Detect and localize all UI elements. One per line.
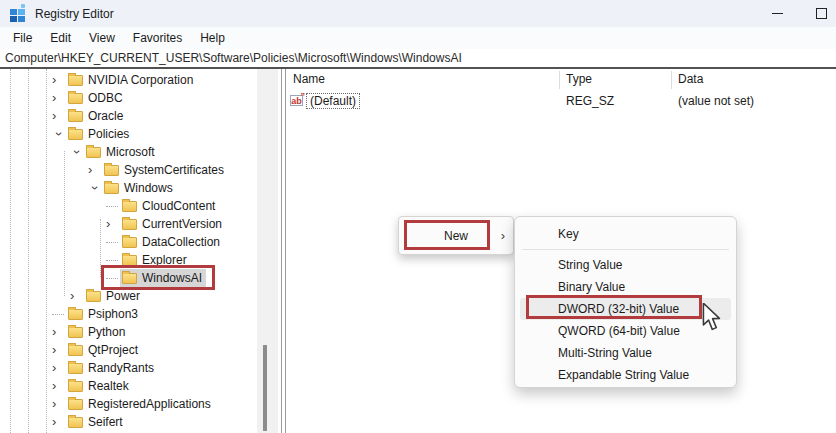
- string-value-icon: ab: [290, 95, 303, 106]
- chevron-right-icon[interactable]: ›: [106, 218, 120, 230]
- chevron-right-icon[interactable]: ›: [52, 416, 66, 428]
- column-header-data[interactable]: Data: [678, 72, 703, 86]
- tree-item-content: Seifert: [66, 413, 127, 431]
- minimize-button[interactable]: [762, 0, 792, 27]
- tree-guide-dots: [106, 242, 118, 243]
- tree-item-seifert[interactable]: ›Seifert: [0, 413, 253, 431]
- folder-icon: [104, 165, 119, 176]
- tree-guide-dots: [52, 314, 64, 315]
- tree-item-realtek[interactable]: ›Realtek: [0, 377, 253, 395]
- tree-item-label: Realtek: [88, 379, 129, 393]
- column-header-type[interactable]: Type: [566, 72, 592, 86]
- chevron-right-icon[interactable]: ›: [88, 164, 102, 176]
- title-bar: Registry Editor: [0, 0, 836, 27]
- tree-item-label: Python: [88, 325, 125, 339]
- chevron-right-icon[interactable]: ›: [52, 92, 66, 104]
- maximize-button[interactable]: [806, 0, 836, 27]
- folder-icon: [68, 399, 83, 410]
- chevron-right-icon[interactable]: ›: [52, 110, 66, 122]
- column-separator[interactable]: [559, 71, 560, 89]
- tree-item-label: NVIDIA Corporation: [88, 73, 193, 87]
- tree-item-content: Psiphon3: [66, 305, 142, 323]
- tree-item-content: ODBC: [66, 89, 127, 107]
- tree-item-cloudcontent[interactable]: CloudContent: [0, 197, 253, 215]
- tree-item-label: CloudContent: [142, 199, 215, 213]
- chevron-right-icon[interactable]: ›: [52, 326, 66, 338]
- value-row-default[interactable]: ab (Default) REG_SZ (value not set): [287, 93, 836, 111]
- chevron-right-icon[interactable]: ›: [52, 398, 66, 410]
- tree-scrollbar-thumb[interactable]: [263, 345, 267, 431]
- tree-item-label: Oracle: [88, 109, 123, 123]
- tree-item-microsoft[interactable]: ›Microsoft: [0, 143, 253, 161]
- menu-edit[interactable]: Edit: [41, 29, 80, 47]
- tree-guide-dots: [106, 260, 118, 261]
- chevron-down-icon[interactable]: ›: [89, 181, 101, 195]
- mouse-cursor-icon: [702, 303, 722, 332]
- tree-item-python[interactable]: ›Python: [0, 323, 253, 341]
- menu-item-expandable-string-value[interactable]: Expandable String Value: [520, 364, 731, 386]
- menu-item-string-value[interactable]: String Value: [520, 254, 731, 276]
- tree-item-content: Microsoft: [84, 143, 159, 161]
- tree-item-policies[interactable]: ›Policies: [0, 125, 253, 143]
- menu-item-multi-string-value[interactable]: Multi-String Value: [520, 342, 731, 364]
- tree-item-label: Microsoft: [106, 145, 155, 159]
- chevron-right-icon[interactable]: ›: [52, 74, 66, 86]
- tree-item-label: SystemCertificates: [124, 163, 224, 177]
- tree-item-currentversion[interactable]: ›CurrentVersion: [0, 215, 253, 233]
- chevron-right-icon[interactable]: ›: [70, 290, 84, 302]
- tree-item-odbc[interactable]: ›ODBC: [0, 89, 253, 107]
- tree-item-content: RandyRants: [66, 359, 158, 377]
- menu-favorites[interactable]: Favorites: [124, 29, 191, 47]
- chevron-down-icon[interactable]: ›: [71, 145, 83, 159]
- submenu-chevron-icon: ›: [501, 228, 505, 243]
- pane-separator: [285, 69, 286, 433]
- tree-item-psiphon3[interactable]: Psiphon3: [0, 305, 253, 323]
- tree-item-oracle[interactable]: ›Oracle: [0, 107, 253, 125]
- folder-icon: [68, 363, 83, 374]
- menu-item-qword-64-bit-value[interactable]: QWORD (64-bit) Value: [520, 320, 731, 342]
- tree-item-systemcertificates[interactable]: ›SystemCertificates: [0, 161, 253, 179]
- folder-icon: [122, 201, 137, 212]
- folder-icon: [68, 309, 83, 320]
- tree-scrollbar[interactable]: [257, 69, 278, 433]
- tree-item-qtproject[interactable]: ›QtProject: [0, 341, 253, 359]
- maximize-icon: [816, 8, 827, 19]
- tree-item-nvidia-corporation[interactable]: ›NVIDIA Corporation: [0, 71, 253, 89]
- menu-item-key[interactable]: Key: [520, 223, 731, 245]
- folder-icon: [86, 147, 101, 158]
- menu-file[interactable]: File: [4, 29, 41, 47]
- tree-item-registeredapplications[interactable]: ›RegisteredApplications: [0, 395, 253, 413]
- menu-view[interactable]: View: [80, 29, 124, 47]
- tree-item-label: CurrentVersion: [142, 217, 222, 231]
- address-bar[interactable]: Computer\HKEY_CURRENT_USER\Software\Poli…: [0, 49, 836, 67]
- menu-help[interactable]: Help: [191, 29, 234, 47]
- folder-icon: [68, 381, 83, 392]
- chevron-right-icon[interactable]: ›: [52, 362, 66, 374]
- pane-separator[interactable]: [281, 69, 282, 433]
- tree-item-content: CurrentVersion: [120, 215, 226, 233]
- column-separator[interactable]: [671, 71, 672, 89]
- tree-guide-dots: [106, 206, 118, 207]
- tree-item-randyrants[interactable]: ›RandyRants: [0, 359, 253, 377]
- chevron-right-icon[interactable]: ›: [52, 380, 66, 392]
- chevron-right-icon[interactable]: ›: [52, 344, 66, 356]
- tree-item-label: Power: [106, 289, 140, 303]
- value-name: (Default): [306, 93, 360, 109]
- menu-separator: [522, 249, 729, 250]
- folder-icon: [68, 417, 83, 428]
- registry-editor-icon: [10, 6, 26, 22]
- tree-item-content: QtProject: [66, 341, 142, 359]
- folder-icon: [68, 93, 83, 104]
- tree-item-datacollection[interactable]: DataCollection: [0, 233, 253, 251]
- column-header-name[interactable]: Name: [293, 72, 325, 86]
- tree-item-windows[interactable]: ›Windows: [0, 179, 253, 197]
- folder-icon: [122, 219, 137, 230]
- tree-item-content: Python: [66, 323, 129, 341]
- tree-item-label: Windows: [124, 181, 173, 195]
- tree-item-content: DataCollection: [120, 233, 224, 251]
- tree-item-label: RandyRants: [88, 361, 154, 375]
- folder-icon: [68, 111, 83, 122]
- tree-item-label: Seifert: [88, 415, 123, 429]
- chevron-down-icon[interactable]: ›: [53, 127, 65, 141]
- minimize-icon: [772, 13, 783, 14]
